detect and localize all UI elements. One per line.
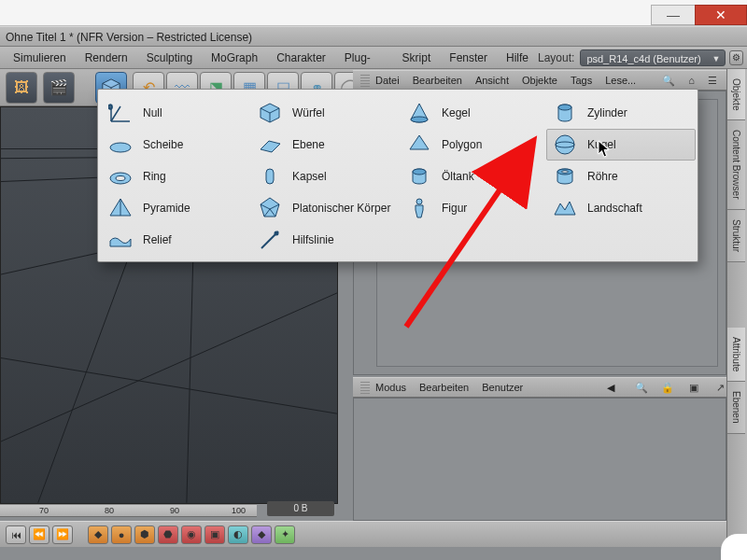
null-icon: 0 bbox=[107, 100, 134, 126]
primitive-oeltank[interactable]: Öltank bbox=[401, 161, 548, 192]
primitive-label: Platonischer Körper bbox=[292, 202, 390, 215]
primitive-polygon[interactable]: Polygon bbox=[401, 129, 548, 161]
home-icon[interactable]: ⌂ bbox=[688, 74, 695, 87]
primitive-figur[interactable]: Figur bbox=[401, 192, 548, 224]
primitive-kegel[interactable]: Kegel bbox=[401, 97, 548, 129]
primitive-pyramide[interactable]: Pyramide bbox=[102, 192, 249, 224]
sidetab-attribute[interactable]: Attribute bbox=[727, 328, 745, 382]
objmenu-datei[interactable]: Datei bbox=[375, 75, 400, 86]
search-icon[interactable]: 🔍 bbox=[662, 74, 675, 87]
wuerfel-icon bbox=[257, 100, 283, 126]
menu-rendern[interactable]: Rendern bbox=[76, 47, 137, 69]
primitive-wuerfel[interactable]: Würfel bbox=[251, 97, 399, 129]
oeltank-icon bbox=[406, 163, 432, 189]
objmenu-lese[interactable]: Lese... bbox=[605, 75, 636, 86]
menu-hilfe[interactable]: Hilfe bbox=[497, 47, 538, 69]
grip-icon[interactable] bbox=[360, 382, 370, 395]
primitive-label: Röhre bbox=[587, 170, 618, 183]
os-titlebar: — ✕ bbox=[0, 0, 747, 26]
menu-fenster[interactable]: Fenster bbox=[440, 47, 497, 69]
primitive-scheibe[interactable]: Scheibe bbox=[102, 129, 249, 161]
step-back-button[interactable]: ⏪ bbox=[29, 525, 49, 544]
maximize-icon[interactable]: ↗ bbox=[713, 381, 726, 394]
window-minimize-button[interactable]: — bbox=[651, 5, 696, 25]
primitive-label: Hilfslinie bbox=[292, 233, 334, 246]
platon-icon bbox=[257, 195, 283, 221]
key-anim-button[interactable]: ◆ bbox=[251, 525, 272, 544]
menu-simulieren[interactable]: Simulieren bbox=[4, 47, 76, 69]
ruler-tick-label: 80 bbox=[105, 506, 114, 515]
attrmenu-modus[interactable]: Modus bbox=[375, 382, 406, 393]
attribute-menubar: Modus Bearbeiten Benutzer ◀ 🔍 🔒 ▣ ↗ bbox=[353, 377, 726, 398]
menu-charakter[interactable]: Charakter bbox=[267, 47, 335, 69]
sidetab-content-browser[interactable]: Content Browser bbox=[727, 120, 745, 209]
tool-clapper-icon[interactable]: 🎬 bbox=[43, 72, 75, 104]
zylinder-icon bbox=[552, 100, 578, 126]
kegel-icon bbox=[406, 100, 432, 126]
window-close-button[interactable]: ✕ bbox=[695, 5, 747, 25]
scheibe-icon bbox=[107, 132, 134, 158]
menu-plugins[interactable]: Plug-ins bbox=[335, 47, 393, 69]
layout-config-button[interactable]: ⚙ bbox=[729, 50, 743, 65]
primitive-kapsel[interactable]: Kapsel bbox=[251, 161, 399, 192]
key-rot-button[interactable]: ⬣ bbox=[158, 525, 178, 544]
objmenu-ansicht[interactable]: Ansicht bbox=[475, 75, 509, 86]
primitive-roehre[interactable]: Röhre bbox=[546, 161, 696, 192]
tool-render-icon[interactable]: 🖼 bbox=[6, 72, 37, 104]
key-active-button[interactable]: ✦ bbox=[275, 525, 295, 544]
svg-point-29 bbox=[413, 169, 426, 175]
playback-bar: ⏮ ⏪ ⏩ ◆ ● ⬢ ⬣ ◉ ▣ ◐ ◆ ✦ bbox=[0, 521, 726, 547]
lock-icon[interactable]: 🔒 bbox=[661, 381, 674, 394]
attrmenu-bearbeiten[interactable]: Bearbeiten bbox=[419, 382, 469, 393]
primitive-relief[interactable]: Relief bbox=[102, 224, 249, 256]
ebene-icon bbox=[257, 132, 283, 158]
svg-point-15 bbox=[116, 176, 125, 181]
grip-icon[interactable] bbox=[360, 75, 370, 88]
search-icon[interactable]: 🔍 bbox=[635, 381, 648, 394]
sidetab-objekte[interactable]: Objekte bbox=[727, 69, 745, 120]
autokey-button[interactable]: ● bbox=[111, 525, 132, 544]
primitive-zylinder[interactable]: Zylinder bbox=[546, 97, 696, 129]
key-scale-button[interactable]: ◉ bbox=[181, 525, 202, 544]
menu-mograph[interactable]: MoGraph bbox=[202, 47, 267, 69]
roehre-icon bbox=[552, 163, 578, 189]
record-key-button[interactable]: ◆ bbox=[88, 525, 108, 544]
svg-point-32 bbox=[556, 135, 574, 154]
primitive-label: Öltank bbox=[442, 170, 474, 183]
svg-point-26 bbox=[275, 232, 278, 235]
primitive-platon[interactable]: Platonischer Körper bbox=[251, 192, 399, 224]
primitive-kugel[interactable]: Kugel bbox=[546, 129, 696, 161]
primitive-label: Polygon bbox=[442, 138, 482, 151]
ruler-tick-label: 100 bbox=[232, 506, 246, 515]
attrmenu-benutzer[interactable]: Benutzer bbox=[482, 382, 523, 393]
kugel-icon bbox=[552, 132, 578, 158]
goto-start-button[interactable]: ⏮ bbox=[6, 525, 26, 544]
objmenu-bearbeiten[interactable]: Bearbeiten bbox=[413, 75, 462, 86]
view-icon[interactable]: ☰ bbox=[708, 74, 717, 87]
primitive-label: Würfel bbox=[292, 106, 325, 119]
layout-dropdown[interactable]: psd_R14_c4d (Benutzer) bbox=[580, 49, 725, 66]
primitive-hilfslinie[interactable]: Hilfslinie bbox=[251, 224, 399, 256]
ring-icon bbox=[107, 163, 134, 189]
svg-line-6 bbox=[1, 358, 337, 414]
timeline-ruler[interactable]: 70 80 90 100 bbox=[0, 504, 257, 517]
primitive-label: Kegel bbox=[442, 106, 471, 119]
objmenu-objekte[interactable]: Objekte bbox=[522, 75, 557, 86]
relief-icon bbox=[107, 227, 134, 253]
step-fwd-button[interactable]: ⏩ bbox=[52, 525, 73, 544]
menu-skript[interactable]: Skript bbox=[393, 47, 441, 69]
key-param-button[interactable]: ▣ bbox=[204, 525, 225, 544]
primitive-null[interactable]: 0Null bbox=[102, 97, 249, 129]
menu-sculpting[interactable]: Sculpting bbox=[137, 47, 202, 69]
objmenu-tags[interactable]: Tags bbox=[571, 75, 592, 86]
key-pla-button[interactable]: ◐ bbox=[228, 525, 248, 544]
back-arrow-icon[interactable]: ◀ bbox=[607, 382, 614, 394]
key-pos-button[interactable]: ⬢ bbox=[134, 525, 155, 544]
primitive-ring[interactable]: Ring bbox=[102, 161, 249, 192]
svg-marker-20 bbox=[261, 141, 280, 152]
new-icon[interactable]: ▣ bbox=[687, 381, 700, 394]
sidetab-struktur[interactable]: Struktur bbox=[727, 210, 745, 262]
primitive-landschaft[interactable]: Landschaft bbox=[546, 192, 696, 224]
sidetab-ebenen[interactable]: Ebenen bbox=[727, 382, 745, 433]
primitive-ebene[interactable]: Ebene bbox=[251, 129, 399, 161]
